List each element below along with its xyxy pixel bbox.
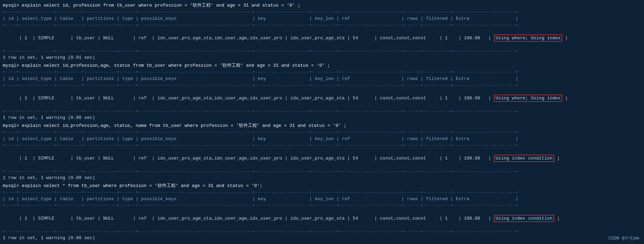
- query-block-1: mysql> explain select id, profession fro…: [3, 2, 641, 60]
- sep-4-1: +----+-------------+---------+----------…: [3, 189, 641, 196]
- result-4: 1 row in set, 1 warning (0.00 sec): [3, 235, 641, 241]
- header-1: | id | select_type | table | partitions …: [3, 16, 641, 22]
- sep-3-2: +----+-------------+---------+----------…: [3, 143, 641, 149]
- sep-3-3: +----+-------------+---------+----------…: [3, 169, 641, 175]
- data-prefix-1: | 1 | SIMPLE | tb_user | NULL | ref | id…: [19, 35, 494, 41]
- query-block-2: mysql> explain select id,profession,age,…: [3, 62, 641, 120]
- terminal: mysql> explain select id, profession fro…: [0, 0, 644, 244]
- data-prefix-4: | 1 | SIMPLE | tb_user | NULL | ref | id…: [19, 216, 494, 221]
- data-row-1: | 1 | SIMPLE | tb_user | NULL | ref | id…: [3, 29, 641, 49]
- extra-3: Using index condition: [494, 155, 554, 162]
- sep-2-2: +----+-------------+---------+----------…: [3, 82, 641, 89]
- extra-2: Using where; Using index: [494, 95, 562, 102]
- result-1: 1 row in set, 1 warning (0.01 sec): [3, 55, 641, 60]
- data-row-3: | 1 | SIMPLE | tb_user | NULL | ref | id…: [3, 149, 641, 169]
- data-row-4: | 1 | SIMPLE | tb_user | NULL | ref | id…: [3, 209, 641, 229]
- header-3: | id | select_type | table | partitions …: [3, 136, 641, 143]
- cmd-4: mysql> explain select * from tb_user whe…: [3, 182, 641, 189]
- query-block-3: mysql> explain select id,profession,age,…: [3, 122, 641, 180]
- sep-1-3: +----+-------------+---------+----------…: [3, 48, 641, 55]
- data-prefix-2: | 1 | SIMPLE | tb_user | NULL | ref | id…: [19, 96, 494, 101]
- sep-1-1: +----+-------------+---------+----------…: [3, 9, 641, 16]
- data-prefix-3: | 1 | SIMPLE | tb_user | NULL | ref | id…: [19, 156, 494, 161]
- cmd-3: mysql> explain select id,profession,age,…: [3, 122, 641, 129]
- sep-2-3: +----+-------------+---------+----------…: [3, 108, 641, 115]
- cmd-1: mysql> explain select id, profession fro…: [3, 2, 641, 8]
- sep-2-1: +----+-------------+---------+----------…: [3, 69, 641, 76]
- extra-4: Using index condition: [494, 215, 554, 222]
- data-suffix-4: |: [554, 216, 560, 221]
- result-2: 1 row in set, 1 warning (0.00 sec): [3, 115, 641, 120]
- query-block-4: mysql> explain select * from tb_user whe…: [3, 182, 641, 241]
- data-row-2: | 1 | SIMPLE | tb_user | NULL | ref | id…: [3, 89, 641, 108]
- sep-4-2: +----+-------------+---------+----------…: [3, 202, 641, 209]
- data-suffix-3: |: [554, 156, 560, 161]
- result-3: 1 row in set, 1 warning (0.00 sec): [3, 175, 641, 180]
- sep-3-1: +----+-------------+---------+----------…: [3, 129, 641, 136]
- cmd-2: mysql> explain select id,profession,age,…: [3, 62, 641, 68]
- data-suffix-2: |: [562, 96, 568, 101]
- header-2: | id | select_type | table | partitions …: [3, 76, 641, 82]
- sep-1-2: +----+-------------+---------+----------…: [3, 22, 641, 29]
- watermark: CSDN @小七mm: [609, 235, 639, 241]
- extra-1: Using where; Using index: [494, 34, 562, 42]
- header-4: | id | select_type | table | partitions …: [3, 196, 641, 203]
- data-suffix-1: |: [562, 35, 568, 41]
- sep-4-3: +----+-------------+---------+----------…: [3, 229, 641, 235]
